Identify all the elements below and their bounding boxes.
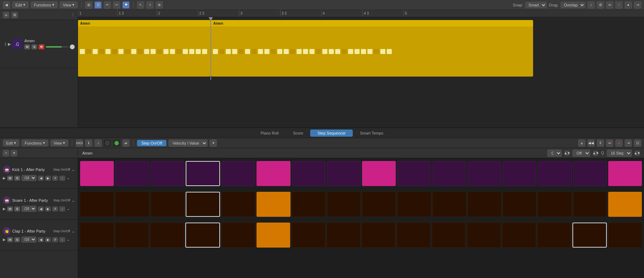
tab-step-sequencer[interactable]: Step Sequencer	[310, 130, 353, 137]
kick-arrow-l[interactable]: ◀	[38, 176, 44, 181]
circle-icon[interactable]: ●	[625, 1, 632, 9]
arrange-clip-2[interactable]: Amen	[211, 20, 533, 77]
snare-step-8[interactable]	[327, 192, 361, 217]
track-options-icon[interactable]: ⋮	[71, 13, 75, 17]
expand-icon[interactable]: ⇔	[606, 1, 613, 9]
drag-select[interactable]: Overlap	[561, 2, 585, 8]
volume-knob[interactable]	[70, 44, 75, 49]
kick-expand-left[interactable]: ▶	[3, 176, 6, 180]
clap-step-13[interactable]	[502, 223, 536, 248]
seq-arrow-icon[interactable]: ▾	[11, 150, 17, 156]
snap-select[interactable]: Smart	[525, 2, 547, 8]
clap-step-14[interactable]	[537, 223, 571, 248]
snare-loop-icon[interactable]: ↺	[52, 206, 58, 211]
kick-step-5[interactable]	[221, 161, 255, 186]
tab-piano-roll[interactable]: Piano Roll	[254, 130, 286, 137]
editor-view-menu[interactable]: View ▾	[50, 140, 69, 146]
solo-button[interactable]: S	[31, 44, 37, 49]
clap-arrow-l[interactable]: ◀	[38, 237, 44, 242]
horiz-arrows[interactable]: ⇔	[606, 140, 613, 147]
clap-expand[interactable]: ⌄	[72, 229, 75, 234]
clap-step-8[interactable]	[327, 223, 360, 248]
kick-step-15[interactable]	[573, 161, 607, 186]
clap-mute[interactable]: M	[7, 237, 13, 242]
kick-step-9[interactable]	[362, 161, 396, 186]
kick-step-11[interactable]	[433, 161, 466, 186]
kick-step-10[interactable]	[397, 161, 431, 186]
tab-score[interactable]: Score	[286, 130, 311, 137]
kick-step-16[interactable]	[608, 161, 642, 186]
snare-step-9[interactable]	[362, 192, 396, 217]
snare-expand-left[interactable]: ▶	[3, 207, 6, 211]
back-button[interactable]: ◀	[3, 1, 10, 9]
clap-step-7[interactable]	[292, 223, 325, 248]
volume-slider[interactable]	[46, 46, 68, 48]
arrange-clip-1[interactable]: Amen	[78, 20, 210, 77]
edit-menu[interactable]: Edit ▾	[12, 1, 29, 8]
speaker-icon[interactable]: ♪	[94, 140, 102, 147]
snare-step-1[interactable]	[80, 192, 114, 217]
snare-step-5[interactable]	[221, 192, 255, 217]
clap-step-10[interactable]	[397, 223, 430, 248]
kick-step-12[interactable]	[468, 161, 501, 186]
clap-step-2[interactable]	[115, 223, 149, 248]
step-on-off-button[interactable]: Step On/Off	[137, 140, 166, 146]
seq-add-icon[interactable]: +	[3, 150, 9, 156]
clap-step-6[interactable]	[257, 223, 290, 248]
flag-icon[interactable]: ⚑	[122, 1, 130, 9]
snare-step-4[interactable]	[186, 192, 220, 217]
snare-step-15[interactable]	[573, 192, 607, 217]
kick-expand-btn[interactable]: ⌄	[67, 176, 70, 180]
editor-functions-menu[interactable]: Functions ▾	[21, 140, 48, 146]
arrow-up-icon[interactable]: ↑	[615, 1, 623, 9]
kick-step-1[interactable]	[80, 161, 114, 186]
record-button[interactable]: R	[39, 44, 44, 49]
cursor-icon[interactable]: ↖	[137, 1, 144, 9]
kick-expand[interactable]: ⌄	[72, 167, 75, 172]
pencil-icon[interactable]: ✏	[104, 1, 111, 9]
vert-arrows[interactable]: ⇕	[597, 140, 604, 147]
kick-solo[interactable]: S	[14, 176, 20, 181]
scissors-icon[interactable]: ✂	[113, 1, 120, 9]
snare-mute[interactable]: M	[7, 206, 13, 211]
clap-loop-icon[interactable]: ↺	[52, 237, 58, 242]
clap-div-select[interactable]: /16	[21, 236, 36, 243]
grid-view-icon[interactable]: ⊞	[85, 1, 92, 9]
key-select[interactable]: C	[547, 150, 562, 157]
snare-vel-icon[interactable]: ↕	[59, 206, 65, 211]
add-track-icon[interactable]: +	[3, 12, 9, 18]
kick-step-7[interactable]	[292, 161, 326, 186]
functions-menu-top[interactable]: Functions ▾	[31, 1, 58, 8]
clap-step-1[interactable]	[80, 223, 114, 248]
skip-icon[interactable]: ⇥	[634, 1, 641, 9]
snare-step-12[interactable]	[468, 192, 501, 217]
kick-arrow-r[interactable]: ▶	[45, 176, 51, 181]
config-icon[interactable]: ⊞	[11, 12, 18, 18]
kick-loop-icon[interactable]: ↺	[52, 176, 58, 181]
clap-step-11[interactable]	[432, 223, 465, 248]
snare-arrow-r[interactable]: ▶	[45, 206, 51, 211]
kick-div-select[interactable]: /16	[21, 175, 36, 181]
sync-icon[interactable]: ⇄	[122, 140, 130, 147]
off-select[interactable]: Off	[572, 150, 590, 157]
snare-step-11[interactable]	[433, 192, 466, 217]
clap-step-5[interactable]	[221, 223, 255, 248]
snare-arrow-l[interactable]: ◀	[38, 206, 44, 211]
kick-step-8[interactable]	[327, 161, 361, 186]
clap-arrow-r[interactable]: ▶	[45, 237, 51, 242]
snare-step-3[interactable]	[151, 192, 184, 217]
snare-step-7[interactable]	[292, 192, 326, 217]
kick-step-14[interactable]	[538, 161, 571, 186]
clap-expand-btn[interactable]: ⌄	[67, 237, 70, 242]
kick-mute[interactable]: M	[7, 176, 13, 181]
clap-step-12[interactable]	[467, 223, 501, 248]
clap-solo[interactable]: S	[14, 237, 20, 242]
green-dot[interactable]	[104, 140, 111, 147]
clap-vel-icon[interactable]: ↕	[59, 237, 65, 242]
rewind-icon[interactable]: ◀◀	[587, 140, 595, 147]
snare-div-select[interactable]: /16	[21, 206, 36, 212]
track-expand-arrow[interactable]: ▶	[8, 42, 11, 47]
vel-arrow[interactable]: ▾	[210, 140, 217, 147]
clap-expand-left[interactable]: ▶	[3, 238, 6, 242]
volume-icon[interactable]: ♪	[587, 1, 595, 9]
